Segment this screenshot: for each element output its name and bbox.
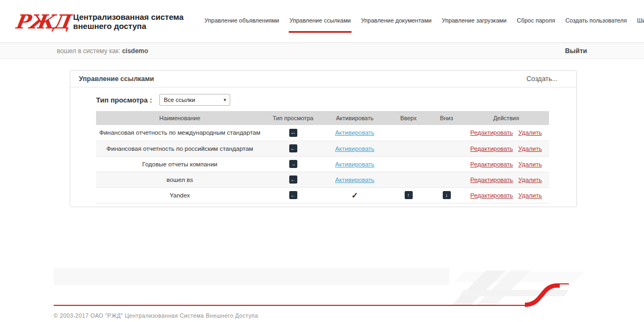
check-icon: ✓ bbox=[352, 191, 358, 200]
filter-row: Тип просмотра : Все ссылки ▾ bbox=[96, 94, 548, 106]
activate-link[interactable]: Активировать bbox=[335, 177, 374, 183]
app-footer: © 2003-2017 ОАО "РЖД" Централизованная С… bbox=[0, 266, 644, 319]
rzd-logo: РЖД bbox=[15, 12, 69, 31]
app-title-line1: Централизованная система bbox=[73, 12, 184, 21]
arrow-left-icon: ← bbox=[289, 191, 297, 199]
table-row: Финансовая отчетность по международным с… bbox=[96, 125, 549, 141]
link-name: Годовые отчеты компании bbox=[142, 161, 217, 167]
arrow-up-icon: ↑ bbox=[407, 193, 410, 198]
app-title: Централизованная система внешнего доступ… bbox=[73, 12, 184, 31]
links-table: НаименованиеТип просмотраАктивироватьВве… bbox=[96, 111, 549, 203]
view-type-filter-label: Тип просмотра : bbox=[96, 96, 152, 104]
activate-link[interactable]: Активировать bbox=[335, 129, 374, 136]
link-name-cell: Финансовая отчетность по международным с… bbox=[96, 125, 264, 141]
nav-item-webconfig-encryption[interactable]: Шифрование Web.config bbox=[636, 10, 644, 33]
link-name: вошел вs bbox=[166, 177, 193, 183]
links-panel: Управление ссылками Создать... Тип просм… bbox=[70, 70, 577, 207]
activate-link[interactable]: Активировать bbox=[335, 145, 374, 152]
caret-down-icon: ▾ bbox=[224, 97, 226, 103]
nav-item-create-user[interactable]: Создать пользователя bbox=[565, 10, 627, 33]
copyright-text: © 2003-2017 ОАО "РЖД" Централизованная С… bbox=[54, 312, 590, 319]
actions-cell: РедактироватьУдалить bbox=[463, 141, 549, 156]
app-title-line2: внешнего доступа bbox=[73, 21, 184, 31]
arrow-right-icon: → bbox=[289, 160, 297, 168]
logout-link[interactable]: Выйти bbox=[565, 47, 587, 55]
create-link-button[interactable]: Создать... bbox=[526, 75, 558, 83]
logged-in-label: вошел в систему как: bbox=[57, 47, 120, 55]
main-nav: Управление объявлениямиУправление ссылка… bbox=[204, 10, 644, 33]
arrow-left-right-icon: ↔ bbox=[289, 129, 297, 137]
username: cisdemo bbox=[122, 47, 148, 55]
nav-item-announcements[interactable]: Управление объявлениями bbox=[204, 10, 280, 33]
panel-title: Управление ссылками bbox=[79, 75, 154, 83]
move-down-cell bbox=[430, 125, 463, 141]
edit-link[interactable]: Редактировать bbox=[470, 192, 513, 199]
table-row: Годовые отчеты компании→АктивироватьРеда… bbox=[96, 156, 549, 172]
link-name: Yandex bbox=[170, 192, 190, 199]
actions-cell: РедактироватьУдалить bbox=[463, 172, 549, 187]
table-header-row: НаименованиеТип просмотраАктивироватьВве… bbox=[96, 111, 549, 125]
main-content: Управление ссылками Создать... Тип просм… bbox=[54, 70, 590, 207]
col-header-up: Вверх bbox=[387, 111, 430, 125]
view-type-cell: ← bbox=[264, 172, 323, 187]
move-down-cell bbox=[430, 156, 463, 172]
move-up-cell bbox=[387, 156, 430, 172]
col-header-actions: Действия bbox=[463, 111, 549, 125]
nav-item-password-reset[interactable]: Сброс пароля bbox=[516, 10, 555, 33]
link-name: Финансовая отчетность по международным с… bbox=[99, 129, 260, 136]
delete-link[interactable]: Удалить bbox=[518, 129, 542, 136]
activate-link[interactable]: Активировать bbox=[335, 161, 374, 167]
user-bar: вошел в систему как: cisdemo Выйти bbox=[0, 43, 644, 59]
view-type-cell: ← bbox=[264, 187, 323, 203]
activate-cell: ✓ bbox=[323, 187, 387, 203]
rzd-logo-text: РЖД bbox=[13, 12, 70, 31]
move-up-cell: ↑ bbox=[387, 187, 430, 203]
move-up-button[interactable]: ↑ bbox=[405, 191, 413, 199]
view-type-select-value: Все ссылки bbox=[164, 97, 195, 103]
move-down-button[interactable]: ↓ bbox=[443, 191, 451, 199]
nav-item-documents[interactable]: Управление документами bbox=[361, 10, 433, 33]
app-header: РЖД Централизованная система внешнего до… bbox=[0, 0, 644, 43]
move-up-cell bbox=[387, 125, 430, 141]
delete-link[interactable]: Удалить bbox=[518, 161, 542, 167]
activate-cell: Активировать bbox=[323, 156, 387, 172]
panel-header: Управление ссылками Создать... bbox=[70, 71, 576, 87]
links-table-body: Финансовая отчетность по международным с… bbox=[96, 125, 549, 203]
activate-cell: Активировать bbox=[323, 172, 387, 187]
view-type-select[interactable]: Все ссылки ▾ bbox=[159, 94, 230, 106]
panel-body: Тип просмотра : Все ссылки ▾ Наименовани… bbox=[70, 87, 576, 207]
view-type-cell: ↔ bbox=[264, 125, 323, 141]
move-down-cell bbox=[430, 172, 463, 187]
delete-link[interactable]: Удалить bbox=[518, 192, 542, 199]
col-header-down: Вниз bbox=[430, 111, 463, 125]
actions-cell: РедактироватьУдалить bbox=[463, 125, 549, 141]
actions-cell: РедактироватьУдалить bbox=[463, 187, 549, 203]
edit-link[interactable]: Редактировать bbox=[470, 177, 513, 183]
delete-link[interactable]: Удалить bbox=[518, 145, 542, 152]
logged-in-status: вошел в систему как: cisdemo bbox=[57, 47, 148, 55]
view-type-cell: → bbox=[264, 156, 323, 172]
nav-item-links[interactable]: Управление ссылками bbox=[289, 10, 351, 33]
arrow-down-icon: ↓ bbox=[445, 193, 448, 198]
edit-link[interactable]: Редактировать bbox=[470, 161, 513, 167]
arrow-left-icon: ← bbox=[289, 175, 297, 184]
col-header-view-type: Тип просмотра bbox=[264, 111, 323, 125]
table-row: Yandex←✓↑↓РедактироватьУдалить bbox=[96, 187, 549, 203]
footer-swoosh-graphic bbox=[54, 266, 590, 309]
table-row: Финансовая отчетность по российским стан… bbox=[96, 141, 549, 156]
table-row: вошел вs←АктивироватьРедактироватьУдалит… bbox=[96, 172, 549, 187]
nav-item-uploads[interactable]: Управление загрузками bbox=[441, 10, 507, 33]
move-up-cell bbox=[387, 141, 430, 156]
delete-link[interactable]: Удалить bbox=[518, 177, 542, 183]
col-header-name: Наименование bbox=[96, 111, 264, 125]
move-up-cell bbox=[387, 172, 430, 187]
activate-cell: Активировать bbox=[323, 125, 387, 141]
arrow-left-icon: ← bbox=[289, 144, 297, 152]
brand: РЖД Централизованная система внешнего до… bbox=[15, 12, 184, 31]
edit-link[interactable]: Редактировать bbox=[470, 145, 513, 152]
activate-cell: Активировать bbox=[323, 141, 387, 156]
edit-link[interactable]: Редактировать bbox=[470, 129, 513, 136]
view-type-cell: ← bbox=[264, 141, 323, 156]
link-name-cell: Годовые отчеты компании bbox=[96, 156, 264, 172]
link-name-cell: вошел вs bbox=[96, 172, 264, 187]
